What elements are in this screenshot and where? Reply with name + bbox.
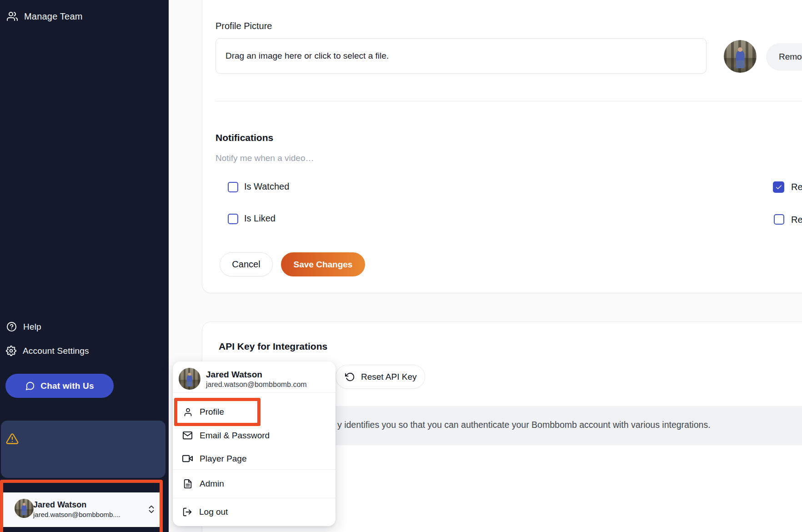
notifications-heading: Notifications <box>216 132 273 143</box>
notifications-subtitle: Notify me when a video… <box>216 153 314 163</box>
menu-item-profile[interactable]: Profile <box>183 407 224 417</box>
sidebar-item-manage-team[interactable]: Manage Team <box>7 11 83 22</box>
is-liked-label[interactable]: Is Liked <box>244 213 276 224</box>
logged-in-as-another-user-banner: You are logged in as another user Log ou… <box>1 421 165 478</box>
help-label: Help <box>23 322 41 332</box>
menu-item-player-page-label: Player Page <box>200 454 247 464</box>
sidebar-item-help[interactable]: Help <box>6 321 41 332</box>
section-divider <box>216 101 802 101</box>
menu-item-email-password-label: Email & Password <box>200 431 270 441</box>
gear-icon <box>6 346 16 356</box>
chat-bubble-icon <box>25 381 35 391</box>
menu-item-player-page[interactable]: Player Page <box>182 453 247 464</box>
chat-with-us-button[interactable]: Chat with Us <box>5 374 114 398</box>
menu-divider <box>173 392 336 393</box>
remove-picture-label: Remove <box>779 52 802 62</box>
is-liked-checkbox[interactable] <box>228 214 238 224</box>
help-circle-icon <box>6 321 17 332</box>
person-icon <box>183 407 193 417</box>
user-switcher-button[interactable]: Jared Watson jared.watson@bombbomb.... <box>3 492 160 527</box>
chat-with-us-label: Chat with Us <box>40 381 94 391</box>
checkmark-icon <box>775 184 782 191</box>
user-name: Jared Watson <box>33 500 86 510</box>
reset-api-key-button[interactable]: Reset API Key <box>336 365 425 389</box>
user-avatar <box>15 499 34 518</box>
right-option-unchecked-checkbox[interactable] <box>774 214 784 225</box>
sidebar-item-account-settings[interactable]: Account Settings <box>6 346 89 356</box>
sidebar: Manage Team Help Account Settings Chat w… <box>0 0 169 532</box>
profile-picture-preview <box>724 40 757 73</box>
reset-api-key-label: Reset API Key <box>361 372 417 382</box>
right-option-checked-label[interactable]: Re <box>791 182 802 192</box>
menu-item-log-out-label: Log out <box>199 507 228 517</box>
log-out-icon <box>182 507 192 517</box>
save-changes-label: Save Changes <box>294 260 353 270</box>
user-menu-name: Jared Watson <box>206 370 262 380</box>
api-key-heading: API Key for Integrations <box>219 341 327 352</box>
right-option-unchecked-label[interactable]: Re <box>791 215 802 225</box>
cancel-label: Cancel <box>232 259 260 270</box>
rotate-ccw-icon <box>345 372 355 382</box>
dropzone-text: Drag an image here or click to select a … <box>226 51 389 61</box>
is-watched-label[interactable]: Is Watched <box>244 181 289 192</box>
user-email: jared.watson@bombbomb.... <box>33 511 120 518</box>
user-switcher-annotation-box: Jared Watson jared.watson@bombbomb.... <box>0 480 163 532</box>
profile-picture-heading: Profile Picture <box>216 21 272 31</box>
video-camera-icon <box>182 453 193 464</box>
profile-picture-dropzone[interactable]: Drag an image here or click to select a … <box>216 38 707 74</box>
menu-item-log-out[interactable]: Log out <box>182 507 228 517</box>
cancel-button[interactable]: Cancel <box>220 252 273 276</box>
right-option-checked-checkbox[interactable] <box>773 181 784 193</box>
chevron-up-down-icon <box>146 503 156 515</box>
account-settings-label: Account Settings <box>23 346 89 356</box>
menu-item-admin[interactable]: Admin <box>183 479 224 489</box>
save-changes-button[interactable]: Save Changes <box>281 252 365 276</box>
user-menu-popup: Jared Watson jared.watson@bombbomb.com P… <box>173 361 336 526</box>
api-key-description: y identifies you so that you can authent… <box>337 420 711 430</box>
envelope-icon <box>182 430 193 441</box>
remove-picture-button[interactable]: Remove <box>766 43 802 70</box>
menu-divider <box>173 469 336 470</box>
users-icon <box>7 11 18 22</box>
warning-triangle-icon <box>6 432 19 445</box>
user-menu-email: jared.watson@bombbomb.com <box>206 381 307 389</box>
admin-file-icon <box>183 479 193 489</box>
menu-divider <box>173 498 336 498</box>
is-watched-checkbox[interactable] <box>228 182 238 192</box>
menu-item-admin-label: Admin <box>200 479 224 489</box>
menu-item-email-password[interactable]: Email & Password <box>182 430 270 441</box>
user-menu-avatar <box>179 368 200 390</box>
manage-team-label: Manage Team <box>24 11 83 22</box>
menu-item-profile-label: Profile <box>200 407 224 417</box>
